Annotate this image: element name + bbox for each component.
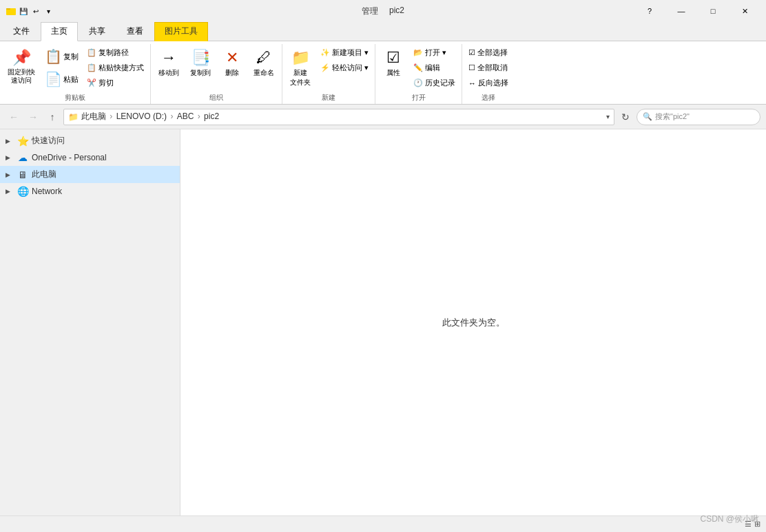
refresh-button[interactable]: ↻ [617,109,634,125]
path-sep-1: › [110,111,114,121]
watermark: CSDN @侯小啾 [700,513,759,525]
address-dropdown-icon[interactable]: ▾ [606,113,610,120]
copy-to-icon: 📑 [192,49,210,67]
path-item-computer: 此电脑 [81,111,106,121]
title-bar-center: 管理 pic2 [362,6,404,17]
history-label: 历史记录 [425,78,455,88]
back-button[interactable]: ← [6,109,22,125]
rename-icon: 🖊 [256,49,271,67]
clipboard-group-label: 剪贴板 [65,91,85,104]
path-sep-2: › [170,111,175,121]
history-button[interactable]: 🕐 历史记录 [410,76,459,90]
select-small-btns: ☑ 全部选择 ☐ 全部取消 ↔ 反向选择 [465,45,512,90]
deselect-all-button[interactable]: ☐ 全部取消 [465,61,512,75]
address-box[interactable]: 📁 此电脑 › LENOVO (D:) › ABC › pic2 ▾ [63,109,614,125]
rename-button[interactable]: 🖊 重命名 [249,45,279,81]
sidebar-item-thispc[interactable]: ▶ 🖥 此电脑 [0,166,180,183]
path-item-drive: LENOVO (D:) [116,111,167,121]
ribbon-group-organize: → 移动到 📑 复制到 ✕ 删除 🖊 重命名 组织 [151,44,282,104]
forward-button[interactable]: → [25,109,41,125]
tab-home[interactable]: 主页 [41,22,78,41]
open-button[interactable]: 📂 打开 ▾ [410,45,459,60]
copy-button[interactable]: 📋 复制 [41,45,82,67]
copy-path-button[interactable]: 📋 复制路径 [83,45,147,60]
undo-icon[interactable]: ↩ [30,6,41,17]
move-to-button[interactable]: → 移动到 [154,45,184,81]
new-folder-label: 新建文件夹 [290,68,311,87]
new-small-btns: ✨ 新建项目 ▾ ⚡ 轻松访问 ▾ [317,45,372,75]
edit-label: 编辑 [425,63,440,73]
sidebar: ▶ ⭐ 快速访问 ▶ ☁ OneDrive - Personal ▶ 🖥 此电脑… [0,129,180,515]
quick-access-icons: 💾 ↩ ▾ [6,6,54,17]
new-item-label: 新建项目 ▾ [332,47,369,58]
title-window-name: pic2 [389,6,404,17]
content-area: 此文件夹为空。 [180,129,766,515]
onedrive-label: OneDrive - Personal [32,153,174,162]
tab-share[interactable]: 共享 [79,22,116,41]
select-buttons: ☑ 全部选择 ☐ 全部取消 ↔ 反向选择 [465,45,512,91]
sidebar-item-network[interactable]: ▶ 🌐 Network [0,183,180,200]
tab-file[interactable]: 文件 [3,22,40,41]
up-button[interactable]: ↑ [44,109,61,125]
main-area: ▶ ⭐ 快速访问 ▶ ☁ OneDrive - Personal ▶ 🖥 此电脑… [0,129,766,515]
close-button[interactable]: ✕ [729,0,760,22]
ribbon-group-new: 📁 新建文件夹 ✨ 新建项目 ▾ ⚡ 轻松访问 ▾ 新建 [282,44,375,104]
invert-icon: ↔ [468,79,476,87]
cut-icon: ✂️ [87,78,96,87]
status-bar: ☰ ⊞ [0,515,766,532]
network-label: Network [32,187,174,196]
edit-button[interactable]: ✏️ 编辑 [410,61,459,75]
delete-button[interactable]: ✕ 删除 [217,45,247,81]
copy-to-button[interactable]: 📑 复制到 [185,45,216,81]
help-button[interactable]: ? [634,0,665,22]
expand-icon-network: ▶ [6,188,14,195]
new-folder-button[interactable]: 📁 新建文件夹 [285,45,315,91]
address-folder-icon: 📁 [68,112,79,122]
tab-view[interactable]: 查看 [116,22,154,41]
maximize-button[interactable]: □ [697,0,729,22]
invert-selection-button[interactable]: ↔ 反向选择 [465,76,512,90]
paste-button[interactable]: 📄 粘贴 [41,68,82,90]
expand-icon-onedrive: ▶ [6,154,14,161]
easy-access-label: 轻松访问 ▾ [332,63,369,73]
move-to-label: 移动到 [158,68,179,78]
copy-icon: 📋 [45,48,62,65]
select-all-button[interactable]: ☑ 全部选择 [465,45,512,60]
save-icon[interactable]: 💾 [18,6,29,17]
sidebar-item-onedrive[interactable]: ▶ ☁ OneDrive - Personal [0,149,180,166]
ribbon: 📌 固定到快速访问 📋 复制 📄 粘贴 📋 复制路径 [0,41,766,105]
expand-icon-thispc: ▶ [6,171,14,178]
address-path: 此电脑 › LENOVO (D:) › ABC › pic2 [81,111,603,123]
open-buttons: ☑ 属性 📂 打开 ▾ ✏️ 编辑 🕐 历史记录 [378,45,459,91]
edit-icon: ✏️ [413,63,423,72]
new-item-button[interactable]: ✨ 新建项目 ▾ [317,45,372,60]
path-item-abc: ABC [177,111,194,121]
rename-label: 重命名 [253,68,274,78]
ribbon-group-clipboard: 📌 固定到快速访问 📋 复制 📄 粘贴 📋 复制路径 [0,44,151,104]
paste-shortcut-icon: 📋 [87,63,96,72]
title-tab-manage: 管理 [362,6,378,17]
svg-rect-1 [6,8,10,10]
pin-quickaccess-button[interactable]: 📌 固定到快速访问 [3,45,40,88]
delete-icon: ✕ [226,49,238,67]
easy-access-button[interactable]: ⚡ 轻松访问 ▾ [317,61,372,75]
tab-picture-tools[interactable]: 图片工具 [154,22,208,41]
invert-label: 反向选择 [478,78,508,88]
minimize-button[interactable]: — [665,0,697,22]
search-box[interactable]: 🔍 搜索"pic2" [636,109,760,125]
paste-shortcut-label: 粘贴快捷方式 [99,63,144,73]
cut-button[interactable]: ✂️ 剪切 [83,76,147,90]
path-item-pic2: pic2 [204,111,219,121]
paste-shortcut-button[interactable]: 📋 粘贴快捷方式 [83,61,147,75]
ribbon-tabs: 文件 主页 共享 查看 图片工具 [0,22,766,41]
select-all-icon: ☑ [468,48,475,57]
new-item-icon: ✨ [320,48,330,57]
quickaccess-icon: ⭐ [17,136,29,147]
chevron-down-icon[interactable]: ▾ [43,6,54,17]
cut-label: 剪切 [99,78,114,88]
properties-button[interactable]: ☑ 属性 [378,45,408,81]
delete-label: 删除 [225,68,239,78]
sidebar-item-quickaccess[interactable]: ▶ ⭐ 快速访问 [0,132,180,149]
new-folder-icon: 📁 [291,49,310,67]
onedrive-icon: ☁ [17,152,29,163]
